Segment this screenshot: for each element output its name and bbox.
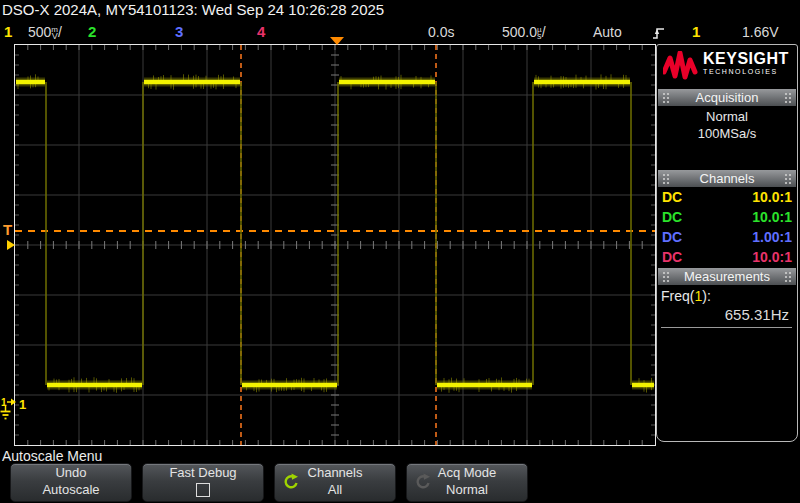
keysight-spark-icon — [663, 51, 699, 81]
oscilloscope-screen: DSO-X 2024A, MY54101123: Wed Sep 24 10:2… — [0, 0, 800, 503]
edge-trigger-icon — [652, 25, 665, 45]
channel-1-scale[interactable]: 500mV/ — [28, 22, 62, 42]
channel-3-probe-ratio: 1.00:1 — [752, 229, 792, 245]
channel-4-number[interactable]: 4 — [257, 22, 265, 42]
softkey-undo-autoscale[interactable]: Undo Autoscale — [10, 463, 132, 502]
horizontal-delay[interactable]: 0.0s — [428, 22, 454, 42]
fast-debug-checkbox[interactable] — [196, 483, 210, 497]
channel-3-coupling: DC — [662, 229, 682, 245]
per-div-slash: / — [58, 24, 62, 40]
brand-subtitle: TECHNOLOGIES — [703, 67, 789, 76]
channel-3-row: DC 1.00:1 — [657, 227, 797, 247]
status-bar: 1 500mV/ 2 3 4 0.0s 500.0µs/ Auto 1 1.66… — [0, 22, 800, 43]
channel-2-probe-ratio: 10.0:1 — [752, 209, 792, 225]
trigger-source[interactable]: 1 — [692, 22, 700, 42]
keysight-logo: KEYSIGHT TECHNOLOGIES — [657, 45, 797, 88]
sidebar: KEYSIGHT TECHNOLOGIES Acquisition Normal… — [656, 44, 798, 442]
grip-icon — [662, 271, 670, 283]
cycle-icon-dim — [415, 473, 432, 490]
grip-icon — [784, 271, 792, 283]
time-reference-marker-icon[interactable] — [330, 37, 344, 45]
timebase-value: 500.0 — [502, 24, 537, 40]
per-div-slash: / — [542, 24, 546, 40]
softkey-acq-mode[interactable]: Acq Mode Normal — [406, 463, 528, 502]
channels-title: Channels — [700, 171, 755, 186]
freq-measurement-value: 655.31Hz — [661, 306, 793, 323]
acquisition-title: Acquisition — [696, 90, 759, 105]
section-header-acquisition: Acquisition — [658, 89, 796, 106]
trigger-level-marker[interactable]: T — [3, 221, 12, 238]
channel-1-row: DC 10.0:1 — [657, 187, 797, 207]
channel-list: DC 10.0:1 DC 10.0:1 DC 1.00:1 DC 10.0:1 — [657, 187, 797, 267]
grip-icon — [784, 92, 792, 104]
softkey-label: Autoscale — [11, 481, 131, 498]
waveform-display: 1 — [14, 44, 656, 446]
sample-rate: 100MSa/s — [657, 125, 797, 142]
trigger-mode[interactable]: Auto — [593, 22, 622, 42]
title-bar: DSO-X 2024A, MY54101123: Wed Sep 24 10:2… — [2, 1, 384, 18]
measurements-title: Measurements — [684, 269, 770, 284]
cycle-icon — [283, 473, 300, 490]
trigger-level[interactable]: 1.66V — [742, 22, 779, 42]
softkey-channels-all[interactable]: Channels All — [274, 463, 396, 502]
channel-1-probe-ratio: 10.0:1 — [752, 189, 792, 205]
section-header-channels: Channels — [658, 170, 796, 187]
softkey-label: Fast Debug — [143, 464, 263, 481]
channel-4-probe-ratio: 10.0:1 — [752, 249, 792, 265]
measurement-list: Freq(1): 655.31Hz — [657, 285, 797, 328]
section-header-measurements: Measurements — [658, 268, 796, 285]
grip-icon — [784, 173, 792, 185]
softkey-fast-debug[interactable]: Fast Debug — [142, 463, 264, 502]
channel-4-coupling: DC — [662, 249, 682, 265]
freq-measurement-label: Freq(1): — [661, 288, 793, 304]
channel-2-row: DC 10.0:1 — [657, 207, 797, 227]
channel-1-ground-marker-icon: 1 — [0, 396, 17, 426]
channel-1-scale-value: 500 — [28, 24, 51, 40]
channel-2-number[interactable]: 2 — [88, 22, 96, 42]
measurement-divider — [661, 327, 792, 328]
grip-icon — [662, 173, 670, 185]
timebase-scale[interactable]: 500.0µs/ — [502, 22, 546, 42]
waveform-grid — [15, 45, 655, 445]
channel-2-coupling: DC — [662, 209, 682, 225]
softkey-label: Undo — [11, 464, 131, 481]
channel-1-number[interactable]: 1 — [4, 22, 12, 42]
menu-title: Autoscale Menu — [2, 448, 102, 464]
trigger-level-arrow-icon[interactable] — [7, 240, 15, 250]
grip-icon — [662, 92, 670, 104]
channel-1-coupling: DC — [662, 189, 682, 205]
channel-3-number[interactable]: 3 — [175, 22, 183, 42]
acquisition-mode: Normal — [657, 108, 797, 125]
channel-4-row: DC 10.0:1 — [657, 247, 797, 267]
channel-1-trace-label: 1 — [19, 397, 26, 412]
brand-name: KEYSIGHT — [703, 50, 789, 67]
acquisition-info: Normal 100MSa/s — [657, 106, 797, 169]
